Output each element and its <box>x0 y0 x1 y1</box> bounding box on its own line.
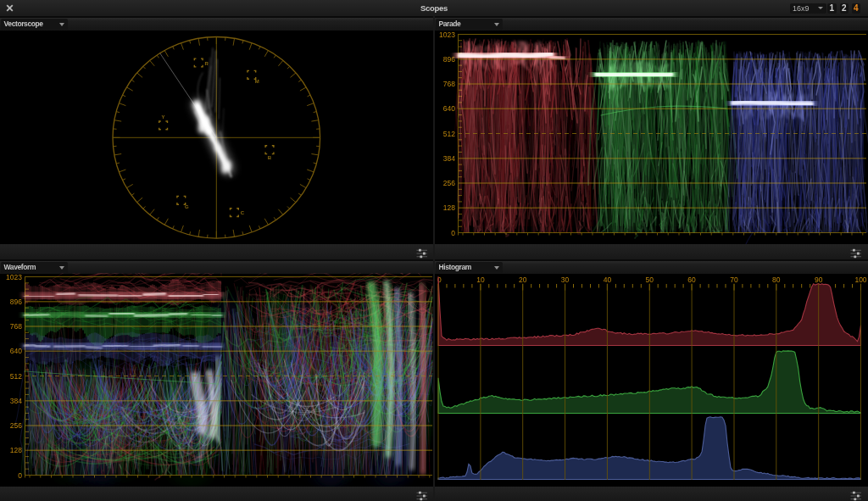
svg-text:896: 896 <box>443 55 455 64</box>
svg-text:384: 384 <box>10 397 22 405</box>
svg-text:70: 70 <box>730 276 738 284</box>
svg-text:512: 512 <box>10 372 22 381</box>
svg-text:1023: 1023 <box>6 273 22 281</box>
svg-text:R: R <box>205 61 209 66</box>
svg-text:60: 60 <box>687 276 696 284</box>
svg-text:Y: Y <box>162 114 165 120</box>
svg-text:384: 384 <box>443 154 455 163</box>
svg-text:C: C <box>241 210 245 215</box>
svg-text:768: 768 <box>443 80 455 88</box>
svg-text:40: 40 <box>604 276 612 284</box>
svg-text:256: 256 <box>443 179 455 187</box>
svg-text:0: 0 <box>451 229 455 237</box>
svg-text:128: 128 <box>10 446 22 454</box>
svg-text:640: 640 <box>10 347 22 355</box>
svg-text:1023: 1023 <box>439 31 455 39</box>
svg-text:50: 50 <box>646 276 654 284</box>
svg-text:B: B <box>268 155 272 160</box>
svg-text:640: 640 <box>443 104 455 113</box>
svg-text:512: 512 <box>443 130 455 138</box>
svg-text:30: 30 <box>561 276 570 284</box>
svg-text:G: G <box>185 204 189 209</box>
svg-text:128: 128 <box>443 203 455 212</box>
svg-text:90: 90 <box>815 276 823 284</box>
svg-text:80: 80 <box>772 276 781 284</box>
svg-text:20: 20 <box>519 276 527 284</box>
svg-text:896: 896 <box>10 298 22 306</box>
svg-text:768: 768 <box>10 322 22 331</box>
svg-text:100: 100 <box>854 276 866 284</box>
svg-text:10: 10 <box>476 276 485 284</box>
